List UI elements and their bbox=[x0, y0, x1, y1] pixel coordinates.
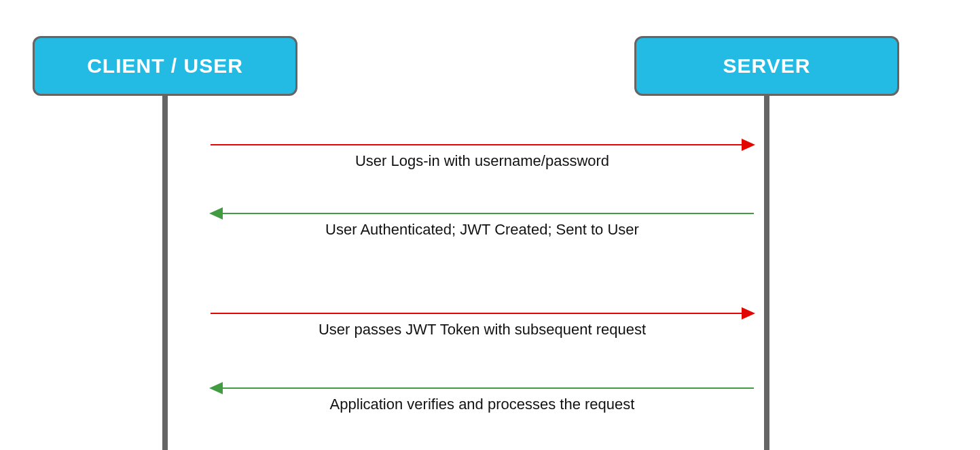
participant-server: SERVER bbox=[634, 36, 899, 96]
message-verify-response: Application verifies and processes the r… bbox=[211, 387, 754, 413]
arrow-left-icon bbox=[211, 213, 754, 214]
arrow-left-icon bbox=[211, 387, 754, 389]
participant-client: CLIENT / USER bbox=[33, 36, 297, 96]
lifeline-server bbox=[764, 95, 769, 450]
message-token-request: User passes JWT Token with subsequent re… bbox=[211, 313, 754, 339]
arrowhead-right-icon bbox=[742, 307, 755, 319]
message-label: User Logs-in with username/password bbox=[211, 152, 754, 170]
message-label: Application verifies and processes the r… bbox=[211, 396, 754, 413]
arrowhead-left-icon bbox=[209, 207, 223, 220]
arrowhead-left-icon bbox=[209, 382, 223, 394]
arrow-right-icon bbox=[211, 313, 754, 314]
message-login-request: User Logs-in with username/password bbox=[211, 144, 754, 170]
message-label: User passes JWT Token with subsequent re… bbox=[211, 321, 754, 339]
message-auth-response: User Authenticated; JWT Created; Sent to… bbox=[211, 213, 754, 239]
lifeline-client bbox=[162, 95, 168, 450]
arrowhead-right-icon bbox=[742, 139, 755, 151]
arrow-right-icon bbox=[211, 144, 754, 145]
message-label: User Authenticated; JWT Created; Sent to… bbox=[211, 221, 754, 239]
